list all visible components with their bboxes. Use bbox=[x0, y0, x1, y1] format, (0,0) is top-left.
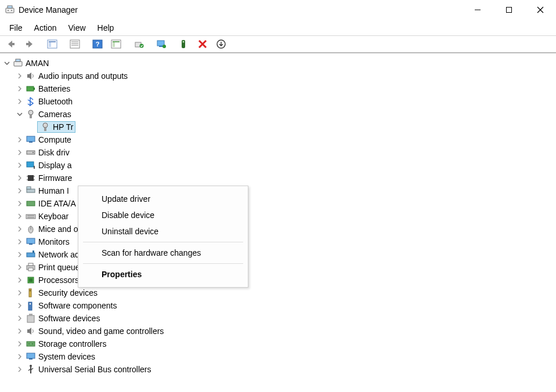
chevron-right-icon[interactable] bbox=[15, 314, 24, 323]
chevron-right-icon[interactable] bbox=[15, 97, 24, 106]
update-driver-button[interactable] bbox=[130, 37, 147, 51]
add-legacy-hardware-button[interactable] bbox=[212, 37, 230, 51]
help-button[interactable]: ? bbox=[89, 37, 106, 51]
show-hide-console-button[interactable] bbox=[44, 37, 61, 51]
tree-node-display[interactable]: Display a bbox=[2, 159, 556, 172]
system-device-icon bbox=[26, 351, 36, 362]
tree-node-disk[interactable]: Disk driv bbox=[2, 146, 556, 159]
tree-node-cameras[interactable]: Cameras bbox=[2, 108, 556, 121]
battery-icon bbox=[26, 84, 36, 94]
disable-device-button[interactable] bbox=[153, 37, 170, 51]
chevron-right-icon[interactable] bbox=[15, 301, 24, 310]
tree-node-firmware[interactable]: Firmware bbox=[2, 172, 556, 184]
context-menu-scan-hardware[interactable]: Scan for hardware changes bbox=[78, 245, 248, 261]
scan-hardware-button[interactable] bbox=[107, 37, 125, 51]
chevron-right-icon[interactable] bbox=[15, 275, 24, 285]
back-button[interactable] bbox=[2, 37, 20, 51]
chevron-right-icon[interactable] bbox=[15, 135, 24, 144]
speaker-icon bbox=[26, 71, 36, 81]
chevron-right-icon[interactable] bbox=[15, 212, 24, 221]
svg-rect-62 bbox=[33, 251, 34, 253]
tree-node-batteries[interactable]: Batteries bbox=[2, 82, 556, 95]
ide-icon bbox=[26, 198, 36, 209]
context-menu-properties[interactable]: Properties bbox=[78, 266, 248, 282]
svg-rect-37 bbox=[30, 115, 32, 118]
chevron-right-icon[interactable] bbox=[15, 288, 24, 297]
tree-node-computer[interactable]: Compute bbox=[2, 133, 556, 146]
svg-rect-21 bbox=[113, 41, 120, 42]
svg-rect-9 bbox=[26, 43, 29, 45]
printer-icon bbox=[26, 262, 36, 273]
svg-rect-0 bbox=[6, 8, 14, 13]
chevron-right-icon[interactable] bbox=[15, 186, 24, 195]
menu-view[interactable]: View bbox=[62, 21, 91, 35]
tree-node-camera-device[interactable]: HP Tr bbox=[2, 121, 556, 133]
chevron-right-icon[interactable] bbox=[15, 263, 24, 272]
chevron-right-icon[interactable] bbox=[15, 173, 24, 183]
software-device-icon bbox=[26, 313, 36, 324]
chevron-right-icon[interactable] bbox=[15, 148, 24, 157]
keyboard-icon bbox=[26, 211, 36, 222]
disk-icon bbox=[26, 147, 36, 158]
chevron-right-icon[interactable] bbox=[15, 365, 24, 374]
svg-rect-39 bbox=[44, 128, 46, 131]
display-adapter-icon bbox=[26, 160, 36, 170]
chevron-down-icon[interactable] bbox=[2, 59, 12, 68]
svg-rect-33 bbox=[16, 59, 20, 61]
hid-icon bbox=[26, 186, 36, 196]
tree-node-security[interactable]: Security devices bbox=[2, 286, 556, 299]
svg-rect-64 bbox=[28, 263, 33, 266]
chevron-right-icon[interactable] bbox=[15, 84, 24, 93]
monitor-icon bbox=[26, 135, 36, 145]
device-tree[interactable]: AMAN Audio inputs and outputs Batteries … bbox=[0, 53, 556, 379]
uninstall-device-button[interactable] bbox=[194, 37, 211, 51]
tree-node-audio[interactable]: Audio inputs and outputs bbox=[2, 70, 556, 82]
svg-rect-53 bbox=[27, 201, 35, 206]
context-menu-uninstall-device[interactable]: Uninstall device bbox=[78, 223, 248, 239]
tree-node-usb[interactable]: Universal Serial Bus controllers bbox=[2, 363, 556, 376]
chevron-right-icon[interactable] bbox=[15, 71, 24, 81]
software-component-icon bbox=[26, 300, 36, 311]
context-menu-disable-device[interactable]: Disable device bbox=[78, 207, 248, 223]
network-icon bbox=[26, 249, 36, 260]
tree-node-storage[interactable]: Storage controllers bbox=[2, 337, 556, 350]
tree-node-system[interactable]: System devices bbox=[2, 350, 556, 363]
svg-rect-12 bbox=[49, 41, 56, 42]
svg-point-26 bbox=[163, 45, 166, 48]
chevron-right-icon[interactable] bbox=[15, 237, 24, 246]
tree-node-sound[interactable]: Sound, video and game controllers bbox=[2, 325, 556, 337]
properties-button[interactable] bbox=[66, 37, 84, 51]
svg-rect-25 bbox=[159, 46, 163, 47]
forward-button[interactable] bbox=[21, 37, 38, 51]
camera-icon bbox=[26, 109, 36, 119]
svg-text:?: ? bbox=[96, 41, 100, 48]
titlebar: Device Manager bbox=[0, 0, 556, 20]
context-menu-update-driver[interactable]: Update driver bbox=[78, 191, 248, 207]
chevron-right-icon[interactable] bbox=[15, 199, 24, 208]
context-menu-separator bbox=[83, 242, 243, 242]
close-button[interactable] bbox=[525, 0, 556, 20]
tree-node-bluetooth[interactable]: Bluetooth bbox=[2, 95, 556, 108]
svg-rect-40 bbox=[27, 136, 35, 141]
tree-root[interactable]: AMAN bbox=[2, 57, 556, 70]
minimize-button[interactable] bbox=[462, 0, 493, 20]
menu-file[interactable]: File bbox=[3, 21, 28, 35]
chip-icon bbox=[26, 173, 36, 183]
menu-action[interactable]: Action bbox=[28, 21, 63, 35]
enable-device-button[interactable] bbox=[175, 37, 193, 51]
chevron-down-icon[interactable] bbox=[15, 110, 24, 119]
svg-rect-8 bbox=[12, 43, 15, 45]
tree-node-softdev[interactable]: Software devices bbox=[2, 312, 556, 325]
tree-node-softcomp[interactable]: Software components bbox=[2, 299, 556, 312]
menu-help[interactable]: Help bbox=[92, 21, 120, 35]
chevron-right-icon[interactable] bbox=[15, 326, 24, 336]
svg-rect-51 bbox=[27, 189, 35, 193]
maximize-button[interactable] bbox=[493, 0, 525, 20]
chevron-right-icon[interactable] bbox=[15, 339, 24, 349]
chevron-right-icon[interactable] bbox=[15, 161, 24, 170]
svg-rect-54 bbox=[26, 215, 35, 219]
chevron-right-icon[interactable] bbox=[15, 224, 24, 234]
chevron-right-icon[interactable] bbox=[15, 352, 24, 361]
svg-rect-45 bbox=[34, 166, 35, 169]
chevron-right-icon[interactable] bbox=[15, 250, 24, 259]
